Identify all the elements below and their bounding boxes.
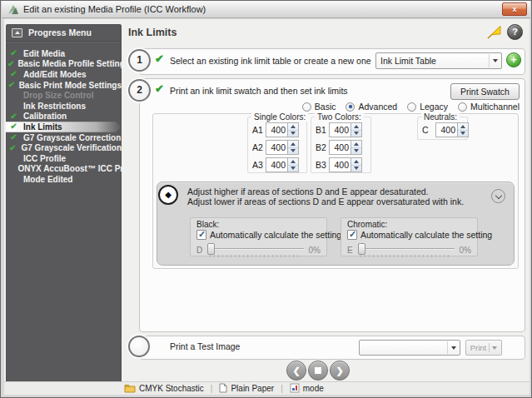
spin-up-icon[interactable] bbox=[288, 123, 298, 131]
ink-limit-table-value: Ink Limit Table bbox=[380, 53, 436, 68]
flag-icon bbox=[485, 24, 503, 43]
a2-spinner[interactable]: 400 bbox=[266, 140, 299, 155]
tab-divider: | bbox=[211, 384, 213, 393]
a3-value[interactable]: 400 bbox=[266, 157, 288, 172]
app-icon bbox=[7, 4, 19, 19]
spin-up-icon[interactable] bbox=[351, 123, 361, 131]
tab-plain-paper[interactable]: Plain Paper bbox=[219, 383, 274, 393]
sidebar-item-add-edit-modes[interactable]: ✔Add/Edit Modes bbox=[6, 69, 122, 80]
check-icon: ✔ bbox=[7, 112, 20, 122]
folder-icon bbox=[124, 384, 136, 393]
tab-mode[interactable]: mode bbox=[290, 383, 324, 393]
spin-down-icon[interactable] bbox=[288, 148, 298, 155]
ink-limit-table-dropdown[interactable]: Ink Limit Table bbox=[375, 52, 502, 69]
spin-down-icon[interactable] bbox=[351, 166, 361, 172]
chevron-down-icon bbox=[492, 346, 497, 350]
spin-down-icon[interactable] bbox=[288, 166, 298, 172]
b3-spinner[interactable]: 400 bbox=[329, 157, 362, 172]
b1-spinner[interactable]: 400 bbox=[329, 122, 362, 137]
black-slider-value: 0% bbox=[304, 246, 321, 255]
slider-groove bbox=[207, 248, 304, 250]
sidebar-item-mode-edited[interactable]: ✔Mode Edited bbox=[6, 174, 122, 185]
footer-tabs: CMYK Stochastic | Plain Paper | mode bbox=[124, 383, 324, 393]
radio-legacy[interactable]: Legacy bbox=[407, 102, 448, 112]
radio-advanced[interactable]: Advanced bbox=[346, 102, 397, 112]
a1-spinner[interactable]: 400 bbox=[266, 122, 299, 137]
chevron-down-icon bbox=[447, 341, 460, 354]
titlebar: Edit an existing Media Profile (ICC Work… bbox=[2, 1, 530, 18]
progress-menu-sidebar: Progress Menu ✔Edit Media ✔Basic Media P… bbox=[6, 24, 122, 392]
b2-value[interactable]: 400 bbox=[329, 140, 351, 155]
add-table-button[interactable]: + bbox=[506, 52, 521, 67]
radio-multichannel[interactable]: Multichannel bbox=[458, 102, 520, 112]
chromatic-slider-row: E 0% bbox=[347, 243, 471, 257]
sidebar-item-icc-profile[interactable]: ✔ICC Profile bbox=[6, 153, 122, 164]
chromatic-slider[interactable] bbox=[358, 243, 455, 257]
step2-number-badge: 2 bbox=[128, 79, 151, 102]
a1-value[interactable]: 400 bbox=[266, 122, 288, 137]
black-slider[interactable] bbox=[207, 243, 304, 257]
chromatic-group-title: Chromatic: bbox=[347, 220, 387, 229]
chromatic-slider-label: E bbox=[347, 246, 358, 255]
sidebar-item-basic-media-profile-settings[interactable]: ✔Basic Media Profile Settings bbox=[6, 59, 122, 70]
close-button[interactable]: x bbox=[502, 2, 527, 16]
chevron-left-icon: ❮ bbox=[292, 366, 300, 376]
c-value[interactable]: 400 bbox=[435, 122, 458, 137]
collapse-chevron-icon[interactable] bbox=[491, 189, 505, 203]
c-spinner[interactable]: 400 bbox=[435, 122, 469, 137]
check-icon: ✔ bbox=[7, 122, 20, 132]
test-image-dropdown[interactable] bbox=[359, 340, 460, 356]
sidebar-item-onyx-accuboost-icc-profile[interactable]: ✔ONYX AccuBoost™ ICC Profile bbox=[6, 164, 122, 175]
spin-up-icon[interactable] bbox=[288, 158, 298, 166]
spin-up-icon[interactable] bbox=[458, 123, 468, 131]
help-icon[interactable]: ? bbox=[507, 24, 523, 40]
tab-cmyk-stochastic[interactable]: CMYK Stochastic bbox=[124, 384, 204, 393]
spin-down-icon[interactable] bbox=[351, 131, 361, 137]
step2-complete-check-icon: ✔ bbox=[155, 82, 164, 95]
sidebar-item-basic-print-mode-settings[interactable]: ✔Basic Print Mode Settings bbox=[6, 80, 122, 91]
checkbox-icon[interactable] bbox=[347, 230, 357, 240]
single-colors-group: Single Colors: A1 400 A2 400 A3 400 bbox=[247, 117, 307, 173]
b2-spinner[interactable]: 400 bbox=[329, 140, 362, 155]
sidebar-item-ink-restrictions[interactable]: ✔Ink Restrictions bbox=[6, 101, 122, 112]
spin-up-icon[interactable] bbox=[351, 141, 361, 148]
back-button[interactable]: ❮ bbox=[286, 361, 306, 381]
progress-menu-header[interactable]: Progress Menu bbox=[6, 24, 122, 42]
sidebar-item-g7-grayscale-verification[interactable]: ✔G7 Grayscale Verification bbox=[6, 142, 122, 153]
spin-up-icon[interactable] bbox=[351, 158, 361, 166]
slider-thumb[interactable] bbox=[358, 243, 365, 255]
chromatic-auto-checkbox-row[interactable]: Automatically calculate the setting bbox=[347, 230, 492, 240]
black-slider-label: D bbox=[196, 246, 207, 255]
sidebar-item-g7-grayscale-correction[interactable]: ✔G7 Grayscale Correction bbox=[6, 132, 122, 143]
stop-button[interactable] bbox=[308, 361, 328, 381]
spin-down-icon[interactable] bbox=[458, 131, 468, 137]
chromatic-settings-group: Chromatic: Automatically calculate the s… bbox=[341, 217, 478, 256]
slider-ticks bbox=[360, 255, 452, 257]
check-icon: ✔ bbox=[7, 80, 16, 90]
black-auto-checkbox-row[interactable]: Automatically calculate the setting bbox=[196, 230, 341, 240]
a3-spinner[interactable]: 400 bbox=[266, 157, 299, 172]
tab-divider: | bbox=[281, 384, 283, 393]
neutrals-group: Neutrals: C 400 bbox=[417, 117, 468, 140]
print-split-button[interactable]: Print bbox=[465, 340, 502, 356]
sidebar-item-calibration[interactable]: ✔Calibration bbox=[6, 112, 122, 122]
spin-down-icon[interactable] bbox=[288, 131, 298, 137]
b1-value[interactable]: 400 bbox=[329, 122, 351, 137]
sidebar-item-edit-media[interactable]: ✔Edit Media bbox=[6, 48, 122, 59]
step2-label: Print an ink limit swatch and then set i… bbox=[170, 86, 348, 96]
test-image-step-badge bbox=[128, 336, 150, 357]
spin-down-icon[interactable] bbox=[351, 148, 361, 155]
window-title: Edit an existing Media Profile (ICC Work… bbox=[23, 4, 206, 14]
a2-value[interactable]: 400 bbox=[266, 140, 288, 155]
checkbox-icon[interactable] bbox=[196, 230, 206, 240]
spin-up-icon[interactable] bbox=[288, 141, 298, 148]
radio-icon bbox=[302, 102, 311, 112]
sidebar-item-ink-limits[interactable]: ✔Ink Limits bbox=[6, 122, 122, 132]
b3-value[interactable]: 400 bbox=[329, 157, 351, 172]
next-button[interactable]: ❯ bbox=[330, 361, 350, 381]
print-swatch-button[interactable]: Print Swatch bbox=[450, 83, 520, 100]
slider-thumb[interactable] bbox=[207, 243, 215, 255]
check-icon: ✔ bbox=[7, 69, 20, 79]
progress-menu-items: ✔Edit Media ✔Basic Media Profile Setting… bbox=[6, 42, 122, 185]
radio-basic[interactable]: Basic bbox=[302, 102, 336, 112]
